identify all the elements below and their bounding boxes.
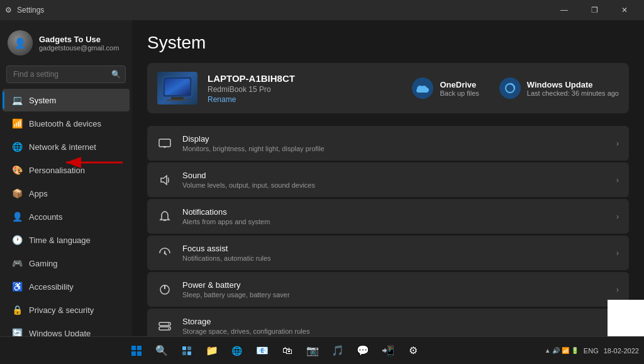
sound-text: Sound Volume levels, output, input, soun… (182, 171, 606, 189)
sidebar-item-system[interactable]: 💻 System (3, 89, 130, 111)
focus-icon (157, 246, 172, 261)
accounts-icon: 👤 (11, 211, 23, 222)
storage-desc: Storage space, drives, configuration rul… (182, 327, 606, 335)
taskbar-widgets[interactable] (175, 339, 198, 362)
winupdate-name: Windows Update (527, 80, 619, 89)
device-image (157, 72, 197, 105)
windowsupdate-service[interactable]: Windows Update Last checked: 36 minutes … (499, 77, 619, 99)
storage-icon (157, 319, 172, 334)
winupdate-icon (499, 77, 521, 99)
windowsupdate-icon: 🔄 (11, 327, 23, 336)
storage-text: Storage Storage space, drives, configura… (182, 317, 606, 335)
accessibility-icon: ♿ (11, 281, 23, 292)
taskbar-lang: ENG (584, 347, 599, 355)
sidebar-item-bluetooth[interactable]: 📶 Bluetooth & devices (3, 112, 130, 135)
taskbar-start[interactable] (125, 339, 148, 362)
bluetooth-icon: 📶 (11, 118, 23, 129)
close-button[interactable]: ✕ (610, 0, 639, 20)
winupdate-info: Windows Update Last checked: 36 minutes … (527, 80, 619, 97)
sidebar-item-personalisation[interactable]: 🎨 Personalisation (3, 159, 130, 181)
sidebar-item-network[interactable]: 🌐 Network & internet (3, 135, 130, 158)
notifications-icon (157, 209, 172, 224)
svg-rect-28 (182, 346, 186, 350)
avatar-inner: 👤 (8, 30, 33, 55)
settings-item-storage[interactable]: Storage Storage space, drives, configura… (147, 309, 629, 336)
focus-text: Focus assist Notifications, automatic ru… (182, 244, 606, 262)
sidebar-item-label: Privacy & security (29, 305, 94, 315)
sidebar-item-time[interactable]: 🕐 Time & language (3, 229, 130, 251)
onedrive-info: OneDrive Back up files (440, 80, 479, 97)
notifications-text: Notifications Alerts from apps and syste… (182, 207, 606, 225)
notifications-desc: Alerts from apps and system (182, 218, 606, 225)
taskbar-edge[interactable]: 🌐 (226, 339, 248, 362)
sidebar-item-label: Windows Update (29, 329, 91, 337)
user-info: Gadgets To Use gadgetstouse@gmail.com (39, 35, 119, 52)
settings-icon: ⚙ (5, 6, 12, 14)
taskbar-search[interactable]: 🔍 (150, 339, 173, 362)
sidebar-item-windowsupdate[interactable]: 🔄 Windows Update (3, 322, 130, 336)
settings-item-sound[interactable]: Sound Volume levels, output, input, soun… (147, 162, 629, 197)
sound-chevron: › (616, 176, 619, 185)
sidebar-item-label: Network & internet (29, 142, 96, 152)
sidebar-item-privacy[interactable]: 🔒 Privacy & security (3, 299, 130, 321)
title-bar-controls: — ❐ ✕ (550, 0, 639, 20)
taskbar-mail[interactable]: 📧 (251, 339, 274, 362)
taskbar-whatsapp[interactable]: 📲 (377, 339, 399, 362)
taskbar: 🔍 📁 🌐 📧 🛍 📷 🎵 💬 📲 ⚙ ▲ 🔊 📶 🔋 ENG 18-02-20… (0, 336, 644, 364)
sidebar-item-gaming[interactable]: 🎮 Gaming (3, 252, 130, 275)
sidebar-item-label: Personalisation (29, 166, 85, 175)
svg-rect-25 (137, 346, 142, 350)
settings-item-notifications[interactable]: Notifications Alerts from apps and syste… (147, 199, 629, 234)
title-bar-left: ⚙ Settings (5, 6, 44, 14)
title-bar-title: Settings (17, 6, 44, 14)
device-services: OneDrive Back up files Windows Update (412, 77, 619, 99)
device-model: RedmiBook 15 Pro (208, 85, 402, 94)
sidebar-item-accounts[interactable]: 👤 Accounts (3, 205, 130, 228)
main-content: System (132, 20, 644, 336)
device-rename[interactable]: Rename (208, 95, 402, 104)
title-bar: ⚙ Settings — ❐ ✕ (0, 0, 644, 20)
search-input[interactable] (6, 65, 126, 83)
display-icon (157, 136, 172, 151)
taskbar-teams[interactable]: 💬 (352, 339, 374, 362)
taskbar-photos[interactable]: 📷 (301, 339, 324, 362)
svg-rect-6 (159, 139, 170, 147)
taskbar-explorer[interactable]: 📁 (201, 339, 223, 362)
sidebar-item-label: Accounts (29, 212, 62, 222)
svg-rect-1 (165, 79, 190, 95)
settings-item-display[interactable]: Display Monitors, brightness, night ligh… (147, 126, 629, 161)
sidebar-item-label: Time & language (29, 236, 91, 245)
restore-button[interactable]: ❐ (580, 0, 609, 20)
settings-item-power[interactable]: Power & battery Sleep, battery usage, ba… (147, 272, 629, 307)
display-text: Display Monitors, brightness, night ligh… (182, 134, 606, 152)
svg-rect-3 (167, 100, 188, 101)
taskbar-settings-app[interactable]: ⚙ (402, 339, 425, 362)
privacy-icon: 🔒 (11, 304, 23, 316)
focus-title: Focus assist (182, 244, 606, 253)
onedrive-desc: Back up files (440, 89, 479, 97)
display-desc: Monitors, brightness, night light, displ… (182, 145, 606, 152)
taskbar-store[interactable]: 🛍 (276, 339, 299, 362)
taskbar-center: 🔍 📁 🌐 📧 🛍 📷 🎵 💬 📲 ⚙ (125, 339, 425, 362)
white-corner-box (608, 300, 644, 336)
taskbar-systray-icons: ▲ 🔊 📶 🔋 (545, 347, 579, 354)
svg-point-11 (164, 252, 166, 254)
taskbar-time: 18-02-2022 (604, 347, 639, 355)
sound-icon (157, 173, 172, 188)
power-title: Power & battery (182, 280, 606, 290)
notifications-chevron: › (616, 212, 619, 221)
network-icon: 🌐 (11, 141, 23, 152)
minimize-button[interactable]: — (550, 0, 579, 20)
user-profile[interactable]: 👤 Gadgets To Use gadgetstouse@gmail.com (0, 20, 132, 63)
svg-rect-30 (182, 351, 186, 355)
taskbar-spotify[interactable]: 🎵 (326, 339, 349, 362)
onedrive-service[interactable]: OneDrive Back up files (412, 77, 479, 99)
sidebar-item-accessibility[interactable]: ♿ Accessibility (3, 275, 130, 298)
sidebar-item-apps[interactable]: 📦 Apps (3, 182, 130, 205)
power-desc: Sleep, battery usage, battery saver (182, 291, 606, 299)
app-container: 👤 Gadgets To Use gadgetstouse@gmail.com … (0, 20, 644, 336)
device-info: LAPTOP-A1BIH8CT RedmiBook 15 Pro Rename (208, 73, 402, 104)
svg-rect-26 (131, 351, 136, 356)
taskbar-right: ▲ 🔊 📶 🔋 ENG 18-02-2022 (545, 347, 639, 355)
settings-item-focus[interactable]: Focus assist Notifications, automatic ru… (147, 236, 629, 270)
